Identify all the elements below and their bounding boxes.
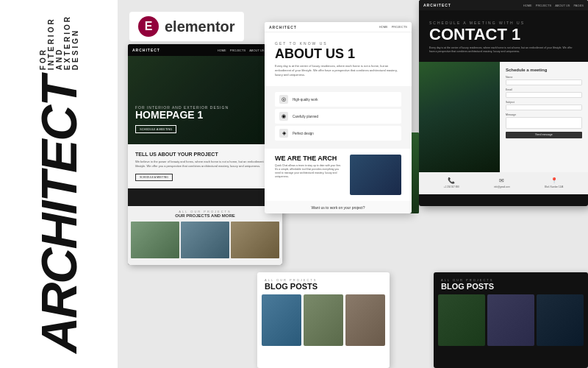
homepage-projects: ALL OUR PROJECTS OUR PROJECTS AND MORE [128,206,282,265]
blog1-img-3 [345,294,385,346]
elementor-logo-icon: E [138,16,159,37]
contact-nav-brand: ARCHITECT [423,3,451,7]
contact-nav-projects: PROJECTS [536,4,551,7]
contact-text: Every day is at the center of luxury res… [429,46,578,54]
about-arc-section: WE ARE THE ARCH Quick Chat allows a team… [265,149,412,201]
blog1-title-section: ALL OUR PROJECTS BLOG POSTS [257,272,390,294]
blog2-img-2 [487,294,534,346]
contact-hero: SCHEDULE A MEETING WITH US CONTACT 1 Eve… [419,10,588,62]
screenshot-blog1: ALL OUR PROJECTS BLOG POSTS [257,272,390,368]
left-panel: FOR INTERIOR AND EXTERIOR DESIGN ARCHITE… [0,0,118,368]
contact-form-title: Schedule a meeting [506,68,582,72]
screenshot-blog2: ALL OUR PROJECTS BLOG POSTS [434,272,588,368]
blog1-img-2 [304,294,343,346]
contact-nav-about: ABOUT US [555,4,570,7]
contact-submit-btn[interactable]: Send message [506,132,582,138]
contact-field-message: Message [506,113,582,129]
contact-layout: Schedule a meeting Name Email Subject Me… [419,62,588,172]
about-nav-home: HOME [379,25,388,29]
blog1-images [257,294,390,346]
homepage-hero: FOR INTERIOR AND EXTERIOR DESIGN HOMEPAG… [128,56,282,144]
contact-footer-email: ✉ info@gmail.com [494,177,510,188]
contact-nav-home: HOME [523,4,532,7]
about-feature-icon-2: ◉ [279,112,288,121]
contact-field-name-input[interactable] [506,79,582,85]
homepage-nav-link-home: HOME [218,49,226,52]
homepage-hero-content: FOR INTERIOR AND EXTERIOR DESIGN HOMEPAG… [135,105,229,133]
contact-field-email: Email [506,88,582,98]
contact-field-message-label: Message [506,113,582,116]
about-nav-brand: ARCHITECT [269,25,297,29]
homepage-project-images [128,222,282,258]
contact-field-email-input[interactable] [506,92,582,98]
blog2-title: BLOG POSTS [441,282,581,291]
blog1-title: BLOG POSTS [265,282,382,291]
about-title: ABOUT US 1 [275,47,401,60]
about-arc-title: WE ARE THE ARCH [275,155,344,162]
homepage-nav-link-projects: PROJECTS [230,49,245,52]
elementor-badge: E elementor [129,12,244,41]
homepage-nav-link-about: ABOUT US [249,49,264,52]
screenshot-about: ARCHITECT HOME PROJECTS GET TO KNOW US A… [265,22,412,213]
blog2-title-section: ALL OUR PROJECTS BLOG POSTS [434,272,588,294]
contact-footer: 📞 +1 234 567 890 ✉ info@gmail.com 📍 Blvd… [419,172,588,194]
homepage-hero-title: HOMEPAGE 1 [135,110,229,120]
about-arc-image [350,155,401,195]
contact-footer-phone-text: +1 234 567 890 [444,185,459,188]
blog2-img-1 [438,294,485,346]
subtitle-text: FOR INTERIOR AND EXTERIOR DESIGN [39,15,79,70]
about-cta: Want us to work on your project? [265,201,412,213]
about-features: ◎ High-quality work ◉ Carefully planned … [265,86,412,149]
contact-field-name-label: Name [506,76,582,79]
contact-field-subject: Subject [506,101,582,110]
contact-field-message-textarea[interactable] [506,117,582,129]
about-feature-text-2: Carefully planned [293,115,318,118]
contact-field-subject-label: Subject [506,101,582,104]
homepage-hero-btn[interactable]: SCHEDULE A MEETING [135,125,176,133]
homepage-projects-main: OUR PROJECTS AND MORE [132,213,279,218]
about-feature-3: ◈ Perfect design [275,126,401,141]
blog1-img-1 [262,294,301,346]
homepage-section-btn[interactable]: SCHEDULE A MEETING [135,174,173,181]
contact-image [419,62,500,172]
about-nav-projects: PROJECTS [392,25,407,29]
contact-form: Schedule a meeting Name Email Subject Me… [500,62,588,172]
contact-nav-links: HOME PROJECTS ABOUT US PAGES [523,4,584,7]
location-icon: 📍 [551,177,558,184]
contact-nav-pages: PAGES [574,4,584,7]
about-feature-icon-3: ◈ [279,129,288,138]
contact-footer-address: 📍 Blvd. Number 12/A [545,177,563,188]
screenshot-homepage: ARCHITECT HOME PROJECTS ABOUT US PAGES F… [128,44,282,265]
email-icon: ✉ [499,177,504,184]
screenshot-contact: ARCHITECT HOME PROJECTS ABOUT US PAGES S… [419,0,588,206]
about-feature-icon-1: ◎ [279,95,288,104]
contact-image-inner [419,62,500,172]
main-area: E elementor ARCHITECT HOME PROJECTS ABOU… [118,0,588,368]
phone-icon: 📞 [448,177,455,184]
contact-footer-phone: 📞 +1 234 567 890 [444,177,459,188]
about-arc-body: Quick Chat allows a team to stay up to d… [275,164,344,179]
contact-field-name: Name [506,76,582,85]
homepage-projects-title: ALL OUR PROJECTS OUR PROJECTS AND MORE [128,206,282,222]
contact-footer-address-text: Blvd. Number 12/A [545,185,563,188]
contact-footer-email-text: info@gmail.com [494,185,510,188]
blog2-img-3 [537,294,584,346]
contact-title: CONTACT 1 [429,26,578,43]
homepage-proj-img-3 [231,222,279,258]
contact-field-subject-input[interactable] [506,105,582,110]
homepage-section: TELL US ABOUT YOUR PROJECT We believe in… [128,144,282,188]
about-nav: ARCHITECT HOME PROJECTS [265,22,412,32]
blog2-images [434,294,588,346]
main-title: ARCHITECT [34,77,84,353]
about-nav-links: HOME PROJECTS [379,25,407,29]
homepage-section-text: We believe in the power of beauty and fo… [135,160,275,168]
about-hero: GET TO KNOW US ABOUT US 1 Every day is a… [265,32,412,86]
homepage-proj-img-1 [131,222,179,258]
contact-nav: ARCHITECT HOME PROJECTS ABOUT US PAGES [419,0,588,10]
homepage-nav: ARCHITECT HOME PROJECTS ABOUT US PAGES [128,44,282,56]
homepage-proj-img-2 [181,222,229,258]
about-feature-2: ◉ Carefully planned [275,109,401,124]
contact-field-email-label: Email [506,88,582,91]
about-pretitle: GET TO KNOW US [275,41,401,46]
about-feature-1: ◎ High-quality work [275,92,401,107]
